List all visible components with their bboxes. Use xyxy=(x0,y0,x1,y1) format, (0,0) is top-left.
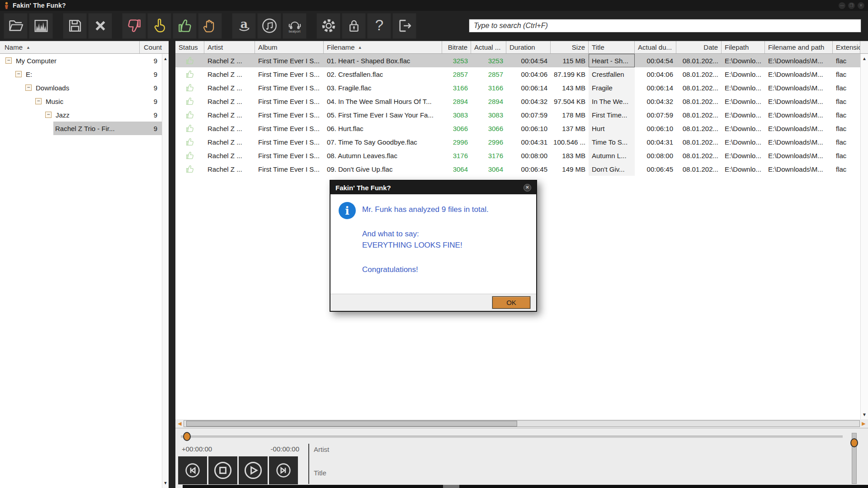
itunes-lookup-button[interactable] xyxy=(257,13,281,39)
save-button[interactable] xyxy=(63,13,87,39)
mark-fake-button[interactable] xyxy=(122,13,146,39)
status-thumbs-up-icon xyxy=(185,164,195,174)
column-header-date[interactable]: Date xyxy=(676,41,722,53)
seek-slider-track[interactable] xyxy=(181,436,843,438)
tree-item-rachel-z-trio-fir[interactable]: Rachel Z Trio - Fir...9 xyxy=(0,122,162,135)
status-thumbs-up-icon xyxy=(185,123,195,133)
search-input[interactable] xyxy=(469,19,861,33)
tree-item-downloads[interactable]: −Downloads9 xyxy=(0,81,162,94)
volume-slider-knob[interactable] xyxy=(850,438,858,447)
horizontal-scroll-thumb[interactable] xyxy=(186,421,517,427)
cell-actual_duration: 00:04:54 xyxy=(635,54,676,67)
exit-button[interactable] xyxy=(392,13,416,39)
cell-filename_and_path: E:\Downloads\M... xyxy=(765,81,833,94)
amazon-icon: a xyxy=(236,17,253,34)
column-header-artist[interactable]: Artist xyxy=(204,41,255,53)
minimize-button[interactable]: — xyxy=(839,2,845,9)
play-button[interactable] xyxy=(239,456,268,484)
skip-forward-button[interactable] xyxy=(269,456,298,484)
maximize-button[interactable]: ❐ xyxy=(848,2,855,9)
cell-filename_and_path: E:\Downloads\M... xyxy=(765,162,833,176)
column-header-filename_and_path[interactable]: Filename and path xyxy=(765,41,833,53)
column-header-label: Filename and path xyxy=(768,43,824,51)
column-header-extension[interactable]: Extensio... xyxy=(833,41,860,53)
seek-slider-knob[interactable] xyxy=(183,432,191,441)
collapse-icon[interactable]: − xyxy=(35,98,42,104)
delete-button[interactable] xyxy=(88,13,112,39)
scroll-left-icon[interactable]: ◀ xyxy=(177,421,183,427)
histogram-icon xyxy=(33,17,50,34)
table-row[interactable]: Rachel Z ...First Time Ever I S...02. Cr… xyxy=(175,67,868,81)
mark-suspicious-button[interactable] xyxy=(147,13,171,39)
close-button[interactable]: ✕ xyxy=(858,2,864,9)
cell-actual_bitrate: 3253 xyxy=(471,54,506,67)
status-thumbs-up-icon xyxy=(185,96,195,106)
spectrum-analyzer-button[interactable] xyxy=(29,13,53,39)
tree-item-e[interactable]: −E:9 xyxy=(0,67,162,81)
column-header-bitrate[interactable]: Bitrate xyxy=(442,41,471,53)
column-header-album[interactable]: Album xyxy=(255,41,324,53)
panel-divider[interactable] xyxy=(169,41,175,488)
cell-date: 08.01.202... xyxy=(676,122,722,135)
column-header-size[interactable]: Size xyxy=(551,41,589,53)
table-row[interactable]: Rachel Z ...First Time Ever I S...07. Ti… xyxy=(175,135,868,149)
beatport-lookup-button[interactable]: beatport xyxy=(283,13,307,39)
scroll-down-icon[interactable]: ▼ xyxy=(162,481,169,485)
column-header-actual_duration[interactable]: Actual du... xyxy=(635,41,676,53)
table-row[interactable]: Rachel Z ...First Time Ever I S...06. Hu… xyxy=(175,122,868,135)
table-row[interactable]: Rachel Z ...First Time Ever I S...09. Do… xyxy=(175,162,868,176)
ok-button[interactable]: OK xyxy=(492,296,530,309)
cell-actual_bitrate: 2996 xyxy=(471,135,506,149)
tree-header-name[interactable]: Name ▲ xyxy=(0,41,140,53)
tree-item-my-computer[interactable]: −My Computer9 xyxy=(0,54,162,67)
tree-item-music[interactable]: −Music9 xyxy=(0,94,162,108)
table-row[interactable]: Rachel Z ...First Time Ever I S...08. Au… xyxy=(175,149,868,162)
tree-header-count[interactable]: Count xyxy=(140,43,169,51)
scroll-up-icon[interactable]: ▲ xyxy=(162,56,169,61)
cell-size: 178 MB xyxy=(551,108,589,122)
horizontal-scroll-track[interactable] xyxy=(184,420,860,427)
cell-artist: Rachel Z ... xyxy=(204,108,255,122)
cell-extension: flac xyxy=(833,81,860,94)
collapse-icon[interactable]: − xyxy=(15,71,22,77)
mark-good-button[interactable] xyxy=(173,13,197,39)
app-logo-icon xyxy=(4,2,9,9)
column-header-duration[interactable]: Duration xyxy=(506,41,551,53)
table-row[interactable]: Rachel Z ...First Time Ever I S...04. In… xyxy=(175,94,868,108)
table-row[interactable]: Rachel Z ...First Time Ever I S...05. Fi… xyxy=(175,108,868,122)
help-button[interactable]: ? xyxy=(367,13,391,39)
stop-button[interactable] xyxy=(208,456,237,484)
tree-scrollbar[interactable]: ▲ ▼ xyxy=(162,54,169,488)
open-folder-button[interactable] xyxy=(4,13,28,39)
scroll-up-icon[interactable]: ▲ xyxy=(861,56,868,61)
music-note-circle-icon xyxy=(261,17,278,34)
column-header-filepath[interactable]: Filepath xyxy=(722,41,765,53)
table-row[interactable]: Rachel Z ...First Time Ever I S...01. He… xyxy=(175,54,868,67)
skip-back-button[interactable] xyxy=(178,456,207,484)
thumbs-down-icon xyxy=(126,17,143,34)
settings-button[interactable] xyxy=(316,13,340,39)
table-horizontal-scrollbar[interactable]: ◀ ▶ xyxy=(175,419,868,428)
cell-filename_and_path: E:\Downloads\M... xyxy=(765,149,833,162)
bottom-edge-segment xyxy=(443,485,459,488)
column-header-title[interactable]: Title xyxy=(589,41,635,53)
collapse-icon[interactable]: − xyxy=(45,112,52,118)
now-playing-divider xyxy=(308,444,309,484)
tree-item-jazz[interactable]: −Jazz9 xyxy=(0,108,162,122)
dialog-close-button[interactable]: ✕ xyxy=(524,184,531,192)
column-header-filename[interactable]: Filename▲ xyxy=(324,41,442,53)
cell-filename_and_path: E:\Downloads\M... xyxy=(765,122,833,135)
column-header-actual_bitrate[interactable]: Actual ... xyxy=(471,41,506,53)
table-vertical-scrollbar[interactable]: ▲ ▼ xyxy=(860,54,868,419)
cell-title: Heart - Sh... xyxy=(589,54,635,67)
collapse-icon[interactable]: − xyxy=(25,84,32,91)
scroll-down-icon[interactable]: ▼ xyxy=(861,412,868,417)
lock-button[interactable] xyxy=(342,13,366,39)
column-header-status[interactable]: Status xyxy=(175,41,204,53)
amazon-lookup-button[interactable]: a xyxy=(232,13,256,39)
tree-item-count: 9 xyxy=(137,111,162,119)
table-row[interactable]: Rachel Z ...First Time Ever I S...03. Fr… xyxy=(175,81,868,94)
collapse-icon[interactable]: − xyxy=(5,57,12,64)
scroll-right-icon[interactable]: ▶ xyxy=(861,421,867,427)
mark-hold-button[interactable] xyxy=(198,13,222,39)
